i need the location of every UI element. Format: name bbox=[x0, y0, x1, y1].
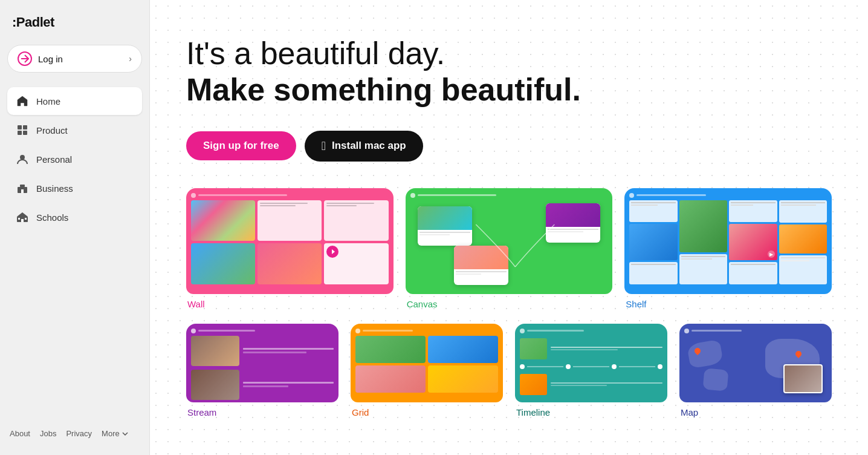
school-icon bbox=[16, 211, 29, 224]
sidebar-item-personal[interactable]: Personal bbox=[7, 145, 142, 173]
svg-rect-10 bbox=[21, 219, 24, 222]
card-timeline-image bbox=[515, 324, 667, 402]
card-grid-label: Grid bbox=[351, 402, 503, 420]
privacy-link[interactable]: Privacy bbox=[66, 429, 92, 438]
card-canvas[interactable]: Canvas bbox=[406, 188, 613, 312]
sidebar-item-home-label: Home bbox=[36, 96, 60, 106]
sidebar-item-product[interactable]: Product bbox=[7, 116, 142, 144]
card-timeline-label: Timeline bbox=[515, 402, 667, 420]
sidebar-item-personal-label: Personal bbox=[36, 154, 72, 165]
card-shelf-label: Shelf bbox=[624, 294, 832, 312]
login-button[interactable]: Log in › bbox=[7, 45, 142, 73]
card-stream-image bbox=[186, 324, 338, 402]
chevron-down-icon bbox=[121, 430, 129, 437]
hero-line1: It's a beautiful day. bbox=[186, 36, 832, 71]
sidebar-item-schools-label: Schools bbox=[36, 212, 68, 223]
card-wall-image bbox=[186, 188, 394, 294]
card-shelf-image: ▶ bbox=[624, 188, 832, 294]
login-arrow: › bbox=[129, 54, 132, 64]
card-map-label: Map bbox=[679, 402, 832, 420]
logo: :Padlet bbox=[7, 12, 142, 33]
sidebar-item-business[interactable]: Business bbox=[7, 174, 142, 202]
person-icon bbox=[16, 152, 29, 166]
card-grid-image bbox=[351, 324, 503, 402]
svg-rect-0 bbox=[18, 125, 22, 129]
product-icon bbox=[16, 123, 29, 137]
business-icon bbox=[16, 182, 29, 195]
top-cards-grid: Wall bbox=[186, 188, 832, 312]
svg-rect-11 bbox=[18, 218, 20, 220]
svg-rect-12 bbox=[25, 218, 27, 220]
card-shelf[interactable]: ▶ bbox=[624, 188, 832, 312]
svg-rect-3 bbox=[23, 131, 27, 135]
about-link[interactable]: About bbox=[10, 429, 30, 438]
sidebar-item-home[interactable]: Home bbox=[7, 87, 142, 115]
home-icon bbox=[16, 94, 29, 108]
bottom-cards-grid: Stream Grid bbox=[186, 324, 832, 420]
card-grid[interactable]: Grid bbox=[351, 324, 503, 420]
svg-rect-7 bbox=[21, 189, 24, 193]
footer-links: About Jobs Privacy More bbox=[7, 424, 142, 443]
svg-marker-9 bbox=[17, 212, 28, 217]
sidebar-item-schools[interactable]: Schools bbox=[7, 203, 142, 231]
svg-rect-6 bbox=[20, 185, 25, 187]
signup-button[interactable]: Sign up for free bbox=[186, 131, 296, 160]
more-button[interactable]: More bbox=[102, 429, 129, 438]
mac-button[interactable]:  Install mac app bbox=[305, 131, 423, 162]
main-content: It's a beautiful day. Make something bea… bbox=[150, 0, 868, 455]
login-icon bbox=[18, 51, 32, 66]
sidebar-item-business-label: Business bbox=[36, 183, 73, 194]
hero-section: It's a beautiful day. Make something bea… bbox=[186, 36, 832, 109]
svg-rect-1 bbox=[23, 125, 27, 129]
card-stream-label: Stream bbox=[186, 402, 338, 420]
card-map-image bbox=[679, 324, 832, 402]
cta-buttons: Sign up for free  Install mac app bbox=[186, 131, 832, 162]
card-stream[interactable]: Stream bbox=[186, 324, 338, 420]
hero-line2: Make something beautiful. bbox=[186, 71, 832, 108]
jobs-link[interactable]: Jobs bbox=[40, 429, 56, 438]
card-wall[interactable]: Wall bbox=[186, 188, 394, 312]
card-canvas-image bbox=[406, 188, 613, 294]
sidebar-item-product-label: Product bbox=[36, 125, 68, 136]
card-timeline[interactable]: Timeline bbox=[515, 324, 667, 420]
svg-rect-2 bbox=[18, 131, 22, 135]
main-nav: Home Product Personal bbox=[7, 87, 142, 232]
card-map[interactable]: Map bbox=[679, 324, 832, 420]
apple-icon:  bbox=[322, 139, 326, 153]
mac-button-label: Install mac app bbox=[332, 140, 406, 152]
sidebar: :Padlet Log in › Home bbox=[0, 0, 150, 455]
svg-point-4 bbox=[20, 155, 25, 160]
login-label: Log in bbox=[38, 54, 63, 64]
card-canvas-label: Canvas bbox=[406, 294, 613, 312]
card-wall-label: Wall bbox=[186, 294, 394, 312]
